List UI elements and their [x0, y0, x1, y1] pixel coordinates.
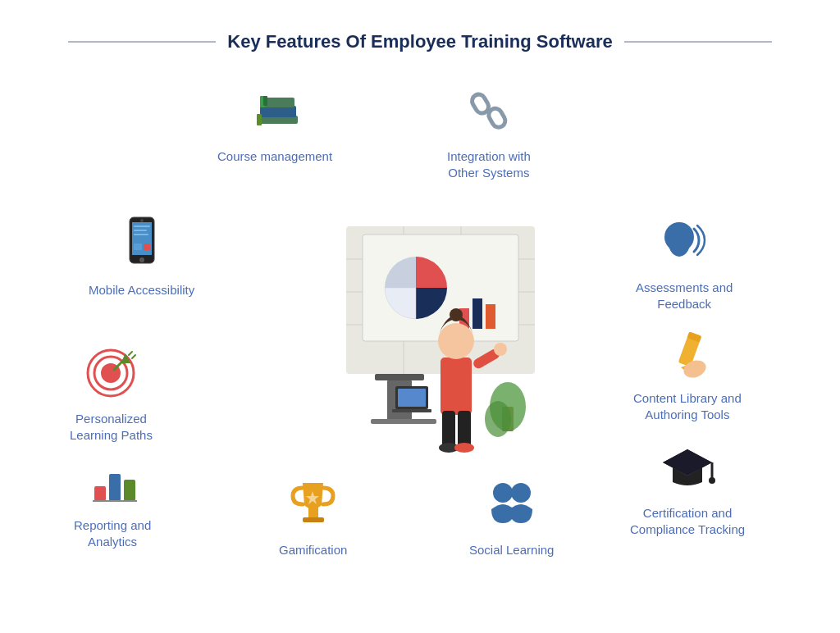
svg-rect-10 [486, 304, 495, 329]
svg-rect-23 [458, 411, 471, 448]
svg-rect-61 [124, 480, 135, 501]
feature-learning-paths: Personalized Learning Paths [70, 340, 153, 444]
svg-rect-22 [442, 411, 455, 448]
svg-rect-63 [308, 508, 318, 517]
mobile-icon [109, 212, 175, 277]
feature-content-library: Content Library and Authoring Tools [633, 320, 742, 424]
link-icon [456, 78, 522, 143]
trophy-icon [281, 471, 346, 537]
svg-point-67 [511, 483, 531, 503]
graduation-icon [655, 435, 720, 500]
svg-rect-42 [134, 244, 142, 250]
chart-icon [80, 447, 145, 512]
feature-gamification: Gamification [279, 471, 347, 558]
svg-rect-33 [257, 114, 262, 125]
pencil-icon [655, 320, 720, 385]
mobile-label: Mobile Accessibility [89, 282, 194, 298]
svg-rect-11 [375, 374, 424, 380]
svg-rect-60 [109, 474, 121, 501]
svg-rect-30 [260, 106, 296, 117]
page-container: Key Features Of Employee Training Softwa… [0, 0, 840, 633]
svg-rect-59 [94, 486, 106, 501]
reporting-label: Reporting and Analytics [74, 517, 151, 551]
svg-line-53 [132, 355, 135, 358]
svg-rect-13 [371, 419, 436, 424]
gamification-label: Gamification [279, 542, 347, 558]
svg-point-18 [438, 323, 474, 359]
feature-assessments: Assessments and Feedback [636, 209, 733, 313]
social-learning-label: Social Learning [469, 542, 554, 558]
people-icon [479, 471, 545, 537]
certification-label: Certification and Compliance Tracking [630, 505, 745, 539]
learning-paths-label: Personalized Learning Paths [70, 411, 153, 444]
svg-rect-31 [263, 98, 294, 107]
books-icon [242, 78, 308, 143]
feature-mobile: Mobile Accessibility [89, 212, 194, 298]
feature-reporting: Reporting and Analytics [74, 447, 151, 551]
svg-point-66 [493, 483, 513, 503]
assessments-label: Assessments and Feedback [636, 280, 733, 313]
svg-rect-43 [144, 244, 150, 250]
center-illustration [281, 177, 559, 456]
svg-rect-15 [398, 389, 426, 407]
svg-point-45 [140, 219, 144, 222]
svg-rect-39 [134, 225, 150, 227]
title-text: Key Features Of Employee Training Softwa… [227, 31, 612, 52]
svg-rect-9 [472, 298, 482, 329]
title-area: Key Features Of Employee Training Softwa… [0, 0, 840, 52]
content-library-label: Content Library and Authoring Tools [633, 390, 742, 424]
svg-rect-34 [263, 96, 267, 106]
feature-social-learning: Social Learning [469, 471, 554, 558]
svg-rect-16 [392, 409, 431, 412]
svg-point-28 [485, 401, 511, 437]
svg-point-44 [139, 257, 144, 262]
target-icon [78, 340, 144, 406]
svg-rect-17 [441, 357, 472, 415]
feature-certification: Certification and Compliance Tracking [630, 435, 745, 539]
feature-course-management: Course management [217, 78, 332, 165]
svg-point-19 [450, 308, 463, 321]
svg-point-25 [454, 443, 474, 453]
head-speech-icon [651, 209, 717, 275]
svg-marker-71 [663, 449, 712, 476]
svg-rect-36 [486, 106, 508, 130]
svg-point-70 [709, 477, 715, 484]
svg-rect-41 [134, 234, 148, 235]
svg-point-21 [494, 343, 507, 356]
svg-rect-40 [134, 230, 147, 231]
course-management-label: Course management [217, 148, 332, 165]
integration-label: Integration with Other Systems [447, 148, 531, 182]
feature-integration: Integration with Other Systems [447, 78, 531, 182]
svg-line-52 [129, 352, 132, 355]
svg-rect-64 [303, 517, 324, 522]
